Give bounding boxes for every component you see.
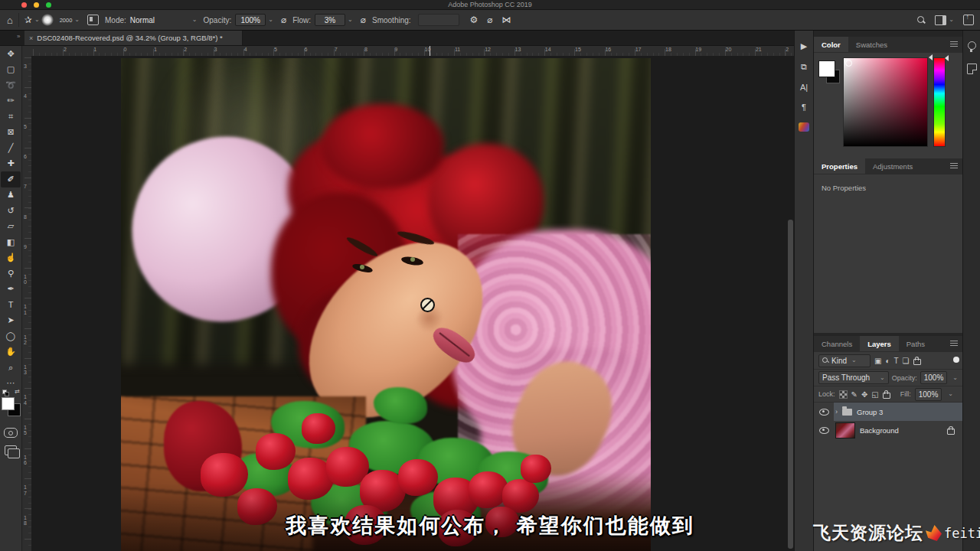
opacity-value[interactable]: 100%: [235, 14, 266, 26]
paint-symmetry-icon[interactable]: ⋈: [502, 15, 511, 24]
layer-row-group[interactable]: › Group 3: [814, 403, 962, 421]
clone-stamp-tool[interactable]: ♟: [1, 187, 21, 204]
layer-name[interactable]: Group 3: [857, 408, 883, 416]
search-icon[interactable]: [916, 15, 926, 24]
panel-menu-icon[interactable]: [950, 343, 958, 344]
character-panel-icon[interactable]: A|: [800, 83, 808, 92]
eraser-tool[interactable]: ▱: [1, 219, 21, 235]
vertical-scrollbar[interactable]: [788, 220, 793, 549]
swap-colors-icon[interactable]: ⇄: [15, 388, 20, 395]
tab-adjustments[interactable]: Adjustments: [865, 158, 920, 174]
filter-toggle-icon[interactable]: [953, 357, 959, 363]
filter-adjustment-layers-icon[interactable]: ◐: [885, 357, 890, 365]
hue-slider-marker[interactable]: [945, 55, 949, 61]
hue-slider[interactable]: [933, 57, 946, 147]
flow-value[interactable]: 3%: [315, 14, 345, 26]
libraries-panel-icon[interactable]: [967, 64, 977, 74]
panel-menu-icon[interactable]: [950, 44, 958, 44]
share-icon[interactable]: [963, 15, 974, 25]
layer-filter-dropdown[interactable]: Kind ⌄: [818, 354, 871, 367]
mode-dropdown[interactable]: Normal: [130, 16, 190, 24]
quick-mask-mode-button[interactable]: [4, 428, 18, 438]
gradient-tool[interactable]: ◧: [1, 234, 21, 250]
tab-layers[interactable]: Layers: [860, 336, 899, 351]
photo-canvas[interactable]: [121, 58, 651, 551]
zoom-tool[interactable]: ⌕: [1, 360, 21, 376]
smoothing-value-field[interactable]: [418, 14, 459, 26]
pressure-size-icon[interactable]: ⌀: [487, 15, 492, 24]
chevron-down-icon[interactable]: ⌄: [348, 17, 353, 23]
foreground-color-swatch[interactable]: [818, 60, 835, 77]
tab-swatches[interactable]: Swatches: [848, 37, 895, 52]
shape-tool[interactable]: ◯: [1, 328, 21, 344]
lasso-tool[interactable]: ➰: [1, 77, 21, 93]
home-icon[interactable]: ⌂: [7, 15, 13, 25]
saturation-brightness-field[interactable]: [843, 57, 928, 147]
frame-tool[interactable]: ⊠: [1, 125, 21, 141]
path-selection-tool[interactable]: ➤: [1, 313, 21, 329]
toggle-brush-settings-icon[interactable]: [87, 15, 99, 25]
chevron-down-icon[interactable]: ⌄: [192, 17, 198, 23]
smudge-tool[interactable]: ☝: [1, 250, 21, 266]
layer-visibility-eye-icon[interactable]: [819, 427, 829, 434]
healing-brush-tool[interactable]: ✚: [1, 156, 21, 172]
macos-titlebar: Adobe Photoshop CC 2019: [0, 0, 980, 10]
foreground-color-swatch[interactable]: [2, 397, 15, 410]
chevron-down-icon[interactable]: ⌄: [34, 17, 40, 23]
airbrush-icon[interactable]: ⌀: [361, 15, 366, 24]
eyedropper-tool[interactable]: ╱: [1, 140, 21, 156]
tab-color[interactable]: Color: [814, 37, 848, 52]
hand-tool[interactable]: ✋: [1, 344, 21, 360]
lock-position-icon[interactable]: ✥: [861, 390, 867, 399]
marquee-tool[interactable]: ▢: [1, 62, 21, 78]
filter-smart-objects-icon[interactable]: [913, 359, 921, 365]
lock-artboard-icon[interactable]: ◱: [871, 390, 878, 399]
extension-panel-icon[interactable]: [799, 122, 809, 132]
blend-mode-dropdown[interactable]: Pass Through ⌄: [818, 371, 889, 384]
layer-thumbnail[interactable]: [835, 422, 855, 439]
brush-preset-picker[interactable]: 2000 ⌄: [40, 14, 80, 26]
chevron-down-icon[interactable]: ⌄: [952, 375, 958, 381]
layer-opacity-value[interactable]: 100%: [920, 371, 948, 384]
lock-all-icon[interactable]: [883, 393, 890, 399]
layer-visibility-eye-icon[interactable]: [819, 409, 829, 416]
move-tool[interactable]: ✥: [1, 46, 21, 62]
tab-paths[interactable]: Paths: [899, 336, 933, 351]
paragraph-panel-icon[interactable]: ¶: [802, 103, 806, 112]
workspace-switcher[interactable]: ⌄: [935, 15, 954, 25]
chevron-down-icon[interactable]: ⌄: [948, 391, 953, 397]
brush-tool[interactable]: ✐: [1, 171, 21, 187]
document-tab[interactable]: × DSC02408-Recovered.psd @ 34.2% (Group …: [24, 31, 243, 45]
actions-panel-icon[interactable]: ▶: [801, 41, 807, 51]
lock-transparency-icon[interactable]: [839, 390, 848, 399]
tab-channels[interactable]: Channels: [814, 336, 860, 351]
layer-fill-value[interactable]: 100%: [915, 388, 942, 401]
smoothing-options-gear-icon[interactable]: ⚙: [470, 15, 479, 24]
quick-selection-tool[interactable]: ✏: [1, 93, 21, 109]
learn-panel-lightbulb-icon[interactable]: [968, 41, 976, 50]
chevron-down-icon[interactable]: ⌄: [268, 17, 273, 23]
filter-type-layers-icon[interactable]: T: [894, 357, 899, 365]
filter-pixel-layers-icon[interactable]: ▣: [874, 357, 881, 365]
panel-menu-icon[interactable]: [950, 165, 958, 166]
chevron-down-icon[interactable]: ⌄: [74, 17, 80, 23]
history-brush-tool[interactable]: ↺: [1, 203, 21, 219]
group-disclosure-icon[interactable]: ›: [835, 408, 838, 416]
tab-overflow-icon[interactable]: »: [17, 33, 20, 40]
filter-shape-layers-icon[interactable]: ❏: [903, 357, 910, 365]
clone-source-panel-icon[interactable]: ⧉: [801, 62, 807, 72]
type-tool[interactable]: T: [1, 297, 21, 313]
brush-tool-preset-icon[interactable]: ✰: [24, 15, 32, 24]
screen-mode-button[interactable]: [5, 445, 17, 455]
dodge-tool[interactable]: ⚲: [1, 266, 21, 282]
crop-tool[interactable]: ⌗: [1, 109, 21, 125]
layer-name[interactable]: Background: [860, 426, 899, 435]
close-tab-icon[interactable]: ×: [29, 34, 33, 42]
default-colors-icon[interactable]: [2, 390, 8, 395]
pen-tool[interactable]: ✒: [1, 282, 21, 298]
pressure-opacity-icon[interactable]: ⌀: [281, 15, 286, 24]
tab-properties[interactable]: Properties: [814, 158, 865, 174]
layer-row-background[interactable]: Background: [814, 421, 962, 439]
lock-paint-icon[interactable]: ✎: [851, 390, 858, 399]
horizontal-ruler[interactable]: 2101234567891011121314151617181920212: [31, 46, 794, 57]
